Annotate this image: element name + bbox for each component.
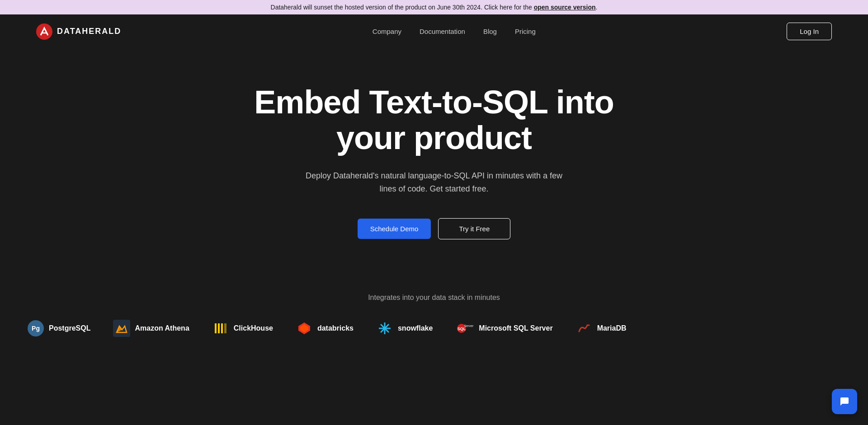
svg-rect-9 <box>218 323 220 333</box>
nav-link-pricing[interactable]: Pricing <box>515 28 536 35</box>
nav-link-blog[interactable]: Blog <box>483 28 497 35</box>
integrations-label: Integrates into your data stack in minut… <box>9 294 859 302</box>
svg-rect-11 <box>224 323 226 333</box>
svg-point-20 <box>383 327 386 330</box>
amazon-athena-icon <box>113 320 130 337</box>
databricks-icon <box>296 320 313 337</box>
svg-rect-8 <box>215 323 217 333</box>
chat-icon <box>839 396 850 407</box>
clickhouse-label: ClickHouse <box>234 324 273 332</box>
hero-title: Embed Text-to-SQL into your product <box>231 84 637 156</box>
nav-links: Company Documentation Blog Pricing <box>373 28 536 36</box>
announcement-link[interactable]: open source version <box>534 4 596 11</box>
postgresql-label: PostgreSQL <box>49 324 90 332</box>
logo-icon <box>36 23 52 40</box>
logo-amazon-athena: Amazon Athena <box>113 320 189 337</box>
nav-link-documentation[interactable]: Documentation <box>420 28 465 35</box>
integrations-logos: Pg PostgreSQL Amazon Athena ClickHouse <box>9 320 859 337</box>
logo-mariadb: MariaDB <box>576 320 627 337</box>
mariadb-icon <box>576 320 593 337</box>
databricks-label: databricks <box>317 324 354 332</box>
logo-mssql: SQL Server Microsoft SQL Server <box>455 320 552 337</box>
logo-text: DATAHERALD <box>57 27 121 36</box>
hero-subtitle: Deploy Dataherald's natural language-to-… <box>303 169 565 196</box>
announcement-text: Dataherald will sunset the hosted versio… <box>271 4 534 11</box>
clickhouse-icon <box>212 320 229 337</box>
login-button[interactable]: Log In <box>787 23 832 40</box>
logo-databricks: databricks <box>296 320 354 337</box>
amazon-athena-label: Amazon Athena <box>135 324 189 332</box>
snowflake-icon <box>376 320 393 337</box>
logo-postgresql: Pg PostgreSQL <box>27 320 90 337</box>
navbar: DATAHERALD Company Documentation Blog Pr… <box>0 14 868 48</box>
announcement-banner: Dataherald will sunset the hosted versio… <box>0 0 868 14</box>
hero-buttons: Schedule Demo Try it Free <box>358 218 511 239</box>
svg-rect-7 <box>212 320 229 337</box>
logo-snowflake: snowflake <box>376 320 433 337</box>
try-free-button[interactable]: Try it Free <box>438 218 510 239</box>
mariadb-label: MariaDB <box>597 324 627 332</box>
integrations-section: Integrates into your data stack in minut… <box>0 266 868 355</box>
nav-logo[interactable]: DATAHERALD <box>36 23 121 40</box>
mssql-icon: SQL Server <box>455 320 474 337</box>
svg-rect-10 <box>221 323 223 333</box>
logo-clickhouse: ClickHouse <box>212 320 273 337</box>
mssql-label: Microsoft SQL Server <box>479 324 552 332</box>
postgresql-icon: Pg <box>27 320 44 337</box>
chat-bubble[interactable] <box>832 389 857 414</box>
schedule-demo-button[interactable]: Schedule Demo <box>358 219 431 239</box>
svg-point-0 <box>36 23 52 40</box>
svg-text:Pg: Pg <box>32 325 40 332</box>
announcement-suffix: . <box>596 4 598 11</box>
svg-text:Server: Server <box>464 324 474 327</box>
snowflake-label: snowflake <box>398 324 433 332</box>
nav-link-company[interactable]: Company <box>373 28 401 35</box>
hero-section: Embed Text-to-SQL into your product Depl… <box>0 48 868 266</box>
